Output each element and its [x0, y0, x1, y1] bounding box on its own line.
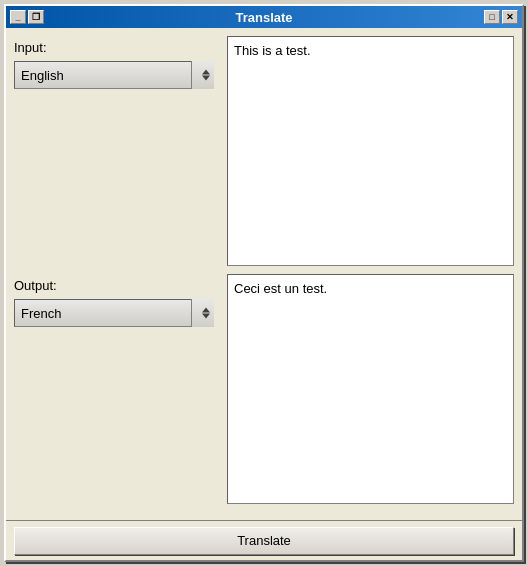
title-bar-right-controls: □ ✕: [484, 10, 518, 24]
output-section: Output: French Ceci est un test.: [14, 274, 514, 504]
translate-button[interactable]: Translate: [14, 527, 514, 555]
input-language-select[interactable]: English: [14, 61, 214, 89]
input-language-select-wrapper: English: [14, 61, 214, 89]
input-section-left: Input: English: [14, 36, 219, 266]
main-window: _ ❐ Translate □ ✕ Input: English: [4, 4, 524, 562]
title-bar: _ ❐ Translate □ ✕: [6, 6, 522, 28]
title-bar-left-controls: _ ❐: [10, 10, 44, 24]
output-language-select[interactable]: French: [14, 299, 214, 327]
output-language-select-wrapper: French: [14, 299, 214, 327]
minimize-button[interactable]: _: [10, 10, 26, 24]
input-textarea[interactable]: This is a test.: [227, 36, 514, 266]
bottom-bar: Translate: [6, 520, 522, 560]
output-label: Output:: [14, 278, 219, 293]
input-section: Input: English This is a test.: [14, 36, 514, 266]
output-section-left: Output: French: [14, 274, 219, 504]
window-title: Translate: [44, 10, 484, 25]
restore-button[interactable]: ❐: [28, 10, 44, 24]
window-content: Input: English This is a test. Output:: [6, 28, 522, 520]
maximize-button[interactable]: □: [484, 10, 500, 24]
close-button[interactable]: ✕: [502, 10, 518, 24]
output-textarea[interactable]: Ceci est un test.: [227, 274, 514, 504]
input-label: Input:: [14, 40, 219, 55]
